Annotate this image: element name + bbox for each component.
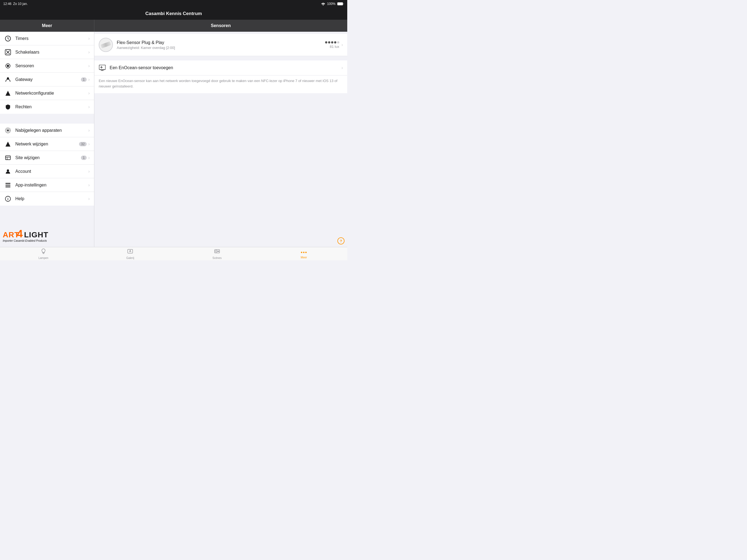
art4light-logo: ART 4 LIGHT Importer Casambi Enabled Pro…	[3, 227, 52, 244]
svg-rect-12	[5, 156, 10, 160]
netwerkconfiguratie-label: Netwerkconfiguratie	[15, 91, 88, 96]
scenes-icon	[214, 248, 220, 256]
dot-3	[331, 41, 333, 44]
wifi-icon	[321, 2, 325, 5]
svg-point-8	[7, 130, 9, 131]
clock-icon	[4, 35, 11, 42]
nearby-icon	[4, 127, 11, 134]
sensor-info: Flex-Sensor Plug & Play Aanwezigheid: Ka…	[117, 40, 325, 50]
sensor-name: Flex-Sensor Plug & Play	[117, 40, 325, 45]
time: 12:46	[3, 2, 11, 6]
tab-galerij[interactable]: A Galerij	[87, 247, 174, 260]
logo-overlay: ART 4 LIGHT Importer Casambi Enabled Pro…	[3, 227, 52, 245]
help-circle-label: ?	[340, 239, 342, 243]
dot-2	[328, 41, 330, 44]
tab-meer[interactable]: Meer	[261, 247, 347, 260]
sidebar-item-netwerkconfiguratie[interactable]: Netwerkconfiguratie ›	[0, 86, 94, 100]
app-instellingen-chevron: ›	[88, 183, 90, 187]
tab-lampen[interactable]: Lampen	[0, 247, 87, 260]
nabijgelegen-label: Nabijgelegen apparaten	[15, 128, 88, 133]
battery-icon	[337, 2, 344, 5]
svg-text:LIGHT: LIGHT	[24, 230, 48, 239]
tab-bar: Lampen A Galerij Scènes	[0, 247, 347, 260]
plug-visual	[101, 41, 111, 48]
netwerk-wijzigen-label: Netwerk wijzigen	[15, 142, 79, 147]
sidebar-item-gateway[interactable]: Gateway 1 ›	[0, 73, 94, 86]
gateway-chevron: ›	[88, 77, 90, 82]
svg-point-37	[305, 252, 307, 253]
app-instellingen-label: App-instellingen	[15, 183, 88, 187]
sensoren-label: Sensoren	[15, 63, 88, 68]
main-header-label: Sensoren	[211, 23, 231, 28]
sidebar-item-rechten[interactable]: Rechten ›	[0, 100, 94, 114]
svg-rect-18	[5, 186, 10, 187]
sidebar-item-schakelaars[interactable]: Schakelaars ›	[0, 45, 94, 59]
header-row: Meer Sensoren	[0, 20, 347, 32]
main-header: Sensoren	[94, 20, 347, 32]
tab-galerij-label: Galerij	[126, 256, 134, 259]
status-bar-right: 100%	[321, 2, 344, 6]
status-bar-left: 12:46 Zo 10 jan.	[3, 2, 28, 6]
help-circle-button[interactable]: ?	[337, 237, 344, 245]
svg-rect-16	[5, 183, 10, 184]
schakelaars-chevron: ›	[88, 50, 90, 55]
app-title: Casambi Kennis Centrum	[146, 11, 202, 17]
sensor-item-flex[interactable]: Flex-Sensor Plug & Play Aanwezigheid: Ka…	[94, 34, 347, 56]
nabijgelegen-chevron: ›	[88, 128, 90, 133]
site-wijzigen-label: Site wijzigen	[15, 155, 81, 160]
gateway-icon	[4, 76, 11, 83]
schakelaars-label: Schakelaars	[15, 50, 88, 55]
help-chevron: ›	[88, 196, 90, 201]
timers-label: Timers	[15, 36, 88, 41]
right-panel: Flex-Sensor Plug & Play Aanwezigheid: Ka…	[94, 32, 347, 247]
enocean-description: Een nieuwe EnOcean-sensor kan aan het ne…	[94, 75, 347, 93]
sensor-thumbnail	[99, 38, 113, 52]
enocean-label: Een EnOcean-sensor toevoegen	[110, 65, 341, 70]
sidebar-item-sensoren[interactable]: Sensoren ›	[0, 59, 94, 73]
sensor-chevron: ›	[341, 42, 343, 47]
settings-icon	[4, 182, 11, 189]
svg-rect-1	[337, 2, 343, 5]
help-icon: i	[4, 195, 11, 202]
timers-chevron: ›	[88, 36, 90, 41]
site-icon	[4, 154, 11, 161]
sidebar-item-netwerk-wijzigen[interactable]: Netwerk wijzigen 32 ›	[0, 137, 94, 151]
site-wijzigen-chevron: ›	[88, 155, 90, 160]
svg-point-36	[303, 252, 305, 253]
svg-marker-34	[217, 251, 220, 252]
sidebar-item-account[interactable]: Account ›	[0, 164, 94, 178]
svg-point-4	[7, 65, 9, 67]
sensor-subtitle: Aanwezigheid: Kamer overdag [2:00]	[117, 46, 325, 50]
dot-5	[337, 41, 339, 44]
sidebar-item-nabijgelegen[interactable]: Nabijgelegen apparaten ›	[0, 124, 94, 137]
dot-1	[325, 41, 327, 44]
battery-percent: 100%	[327, 2, 335, 6]
sensor-right: 81 lux	[325, 41, 339, 49]
dot-4	[334, 41, 336, 44]
title-bar: Casambi Kennis Centrum	[0, 8, 347, 20]
sidebar-item-site-wijzigen[interactable]: Site wijzigen 1 ›	[0, 151, 94, 164]
main-content: Timers › Schakelaars ›	[0, 32, 347, 247]
account-label: Account	[15, 169, 88, 174]
sidebar-divider	[0, 116, 94, 124]
sidebar-item-help[interactable]: i Help ›	[0, 192, 94, 206]
svg-text:i: i	[7, 197, 8, 201]
sidebar-section-2: Nabijgelegen apparaten › Netwerk wijzige…	[0, 124, 94, 206]
rechten-chevron: ›	[88, 104, 90, 109]
site-wijzigen-badge: 1	[81, 156, 87, 160]
sidebar-header-label: Meer	[42, 23, 52, 28]
meer-icon	[301, 249, 307, 255]
enocean-add-item[interactable]: Een EnOcean-sensor toevoegen ›	[94, 60, 347, 75]
account-icon	[4, 168, 11, 175]
svg-text:A: A	[129, 250, 131, 253]
sidebar-item-timers[interactable]: Timers ›	[0, 32, 94, 45]
enocean-chevron: ›	[341, 65, 343, 70]
svg-text:Importer Casambi Enabled Produ: Importer Casambi Enabled Products	[3, 239, 47, 242]
tab-scenes[interactable]: Scènes	[174, 247, 261, 260]
netwerkconfiguratie-chevron: ›	[88, 91, 90, 96]
switch-icon	[4, 49, 11, 56]
sensoren-chevron: ›	[88, 63, 90, 68]
sidebar-item-app-instellingen[interactable]: App-instellingen ›	[0, 178, 94, 192]
sidebar: Timers › Schakelaars ›	[0, 32, 94, 247]
sensor-icon	[4, 62, 11, 70]
